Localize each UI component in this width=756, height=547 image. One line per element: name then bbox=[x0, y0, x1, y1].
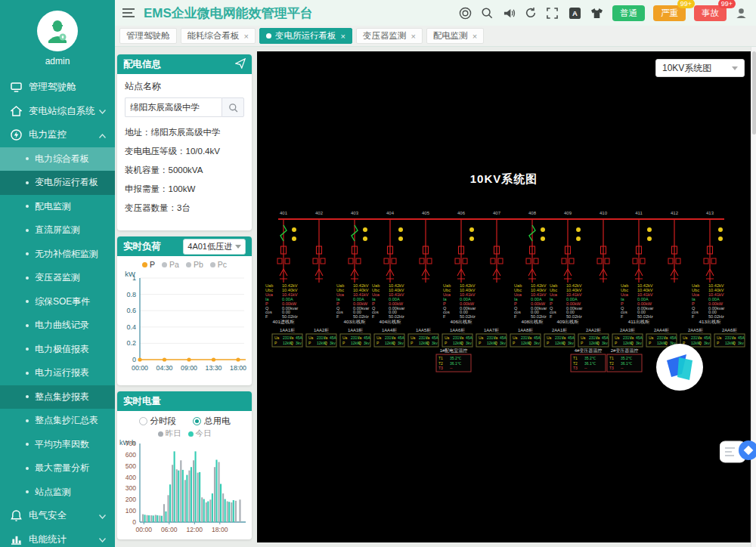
sidebar-item-电气安全[interactable]: 电气安全 bbox=[0, 504, 115, 528]
target-icon[interactable] bbox=[459, 6, 472, 20]
sidebar-subitem-无功补偿柜监测[interactable]: 无功补偿柜监测 bbox=[0, 243, 115, 267]
svg-text:45A: 45A bbox=[364, 335, 371, 340]
svg-text:Ia: Ia bbox=[494, 335, 497, 340]
sidebar-subitem-平均功率因数[interactable]: 平均功率因数 bbox=[0, 433, 115, 457]
svg-text:0.6: 0.6 bbox=[126, 307, 136, 314]
svg-text:Ia: Ia bbox=[596, 335, 600, 340]
sidebar-subitem-label: 综保SOE事件 bbox=[35, 295, 90, 308]
tab-能耗综合看板[interactable]: 能耗综合看板× bbox=[181, 28, 256, 44]
svg-text:00:00: 00:00 bbox=[132, 364, 148, 372]
sidebar-subitem-变电所运行看板[interactable]: 变电所运行看板 bbox=[0, 171, 115, 195]
sidebar-item-电力监控[interactable]: 电力监控 bbox=[0, 123, 115, 147]
tab-变压器监测[interactable]: 变压器监测× bbox=[356, 28, 423, 44]
sidebar-subitem-配电监测[interactable]: 配电监测 bbox=[0, 195, 115, 219]
sidebar-subitem-label: 配电监测 bbox=[35, 200, 71, 213]
tab-close-icon[interactable]: × bbox=[472, 32, 477, 41]
svg-text:Ua: Ua bbox=[411, 335, 416, 340]
refresh-icon[interactable] bbox=[525, 6, 538, 20]
svg-text:Ua: Ua bbox=[342, 335, 348, 340]
alarm-badge-accident[interactable]: 事故 99+ bbox=[694, 5, 727, 21]
user-icon[interactable] bbox=[735, 6, 748, 20]
alarm-badge-severe[interactable]: 严重 99+ bbox=[653, 5, 686, 21]
sidebar-subitem-电力极值报表[interactable]: 电力极值报表 bbox=[0, 338, 115, 362]
bell-icon bbox=[11, 510, 23, 522]
svg-text:1AA5柜: 1AA5柜 bbox=[416, 328, 431, 332]
svg-text:T1: T1 bbox=[609, 356, 614, 360]
svg-text:04:30: 04:30 bbox=[156, 364, 172, 372]
sidebar-subitem-整点集抄报表[interactable]: 整点集抄报表 bbox=[0, 385, 115, 409]
sidebar-subitem-综保SOE事件[interactable]: 综保SOE事件 bbox=[0, 290, 115, 314]
svg-text:410: 410 bbox=[600, 211, 608, 215]
sidebar-item-电能统计[interactable]: 电能统计 bbox=[0, 528, 115, 547]
translate-icon[interactable]: A bbox=[569, 6, 582, 20]
sidebar-subitem-电力运行报表[interactable]: 电力运行报表 bbox=[0, 361, 115, 385]
svg-text:Q: Q bbox=[528, 341, 531, 345]
menu-toggle-icon[interactable] bbox=[122, 6, 136, 20]
avatar[interactable] bbox=[37, 11, 78, 51]
sidebar-subitem-整点集抄汇总表[interactable]: 整点集抄汇总表 bbox=[0, 409, 115, 433]
tab-配电监测[interactable]: 配电监测× bbox=[426, 28, 484, 44]
svg-text:Ia: Ia bbox=[426, 335, 429, 340]
svg-text:35.2℃: 35.2℃ bbox=[450, 356, 462, 360]
svg-text:F: F bbox=[621, 314, 624, 319]
fullscreen-icon[interactable] bbox=[547, 6, 560, 20]
svg-text:411: 411 bbox=[635, 211, 643, 215]
svg-text:3kv: 3kv bbox=[432, 341, 438, 345]
tab-close-icon[interactable]: × bbox=[340, 32, 345, 41]
feedback-float-widget[interactable] bbox=[720, 437, 756, 470]
tab-close-icon[interactable]: × bbox=[244, 32, 249, 41]
svg-text:1AA1柜: 1AA1柜 bbox=[280, 328, 295, 332]
legend-item-Pc[interactable]: Pc bbox=[210, 260, 227, 269]
load-circuit-select[interactable]: 4A01低压进 bbox=[183, 239, 246, 255]
tab-close-icon[interactable]: × bbox=[411, 32, 415, 41]
remote-tool-logo[interactable] bbox=[656, 344, 703, 391]
send-icon[interactable] bbox=[235, 58, 246, 71]
svg-text:0.8: 0.8 bbox=[126, 291, 136, 298]
svg-text:1AA4柜: 1AA4柜 bbox=[382, 328, 397, 332]
svg-text:T3: T3 bbox=[609, 366, 614, 370]
site-name-input[interactable] bbox=[125, 97, 222, 117]
legend-item-P[interactable]: P bbox=[142, 260, 155, 269]
search-icon[interactable] bbox=[481, 6, 494, 20]
top-header: EMS企业微电网能效管理平台 A 普通 严重 99+ 事故 99+ bbox=[115, 0, 756, 26]
sidebar-item-变电站综自系统[interactable]: 变电站综自系统 bbox=[0, 100, 115, 124]
svg-text:T2: T2 bbox=[609, 361, 614, 366]
chevron-down-icon bbox=[99, 106, 106, 116]
sidebar-subitem-label: 电力综合看板 bbox=[35, 153, 89, 165]
chevron-down-icon bbox=[235, 245, 241, 249]
tab-变电所运行看板[interactable]: 变电所运行看板× bbox=[259, 28, 352, 44]
svg-text:403出线柜: 403出线柜 bbox=[344, 319, 367, 324]
site-search-button[interactable] bbox=[222, 97, 244, 117]
radio-分时段[interactable]: 分时段 bbox=[139, 416, 177, 427]
sidebar-subitem-变压器监测[interactable]: 变压器监测 bbox=[0, 266, 115, 290]
legend-item-Pa[interactable]: Pa bbox=[162, 260, 179, 269]
scrollbar-thumb[interactable] bbox=[752, 51, 756, 134]
alarm-badge-normal[interactable]: 普通 bbox=[612, 5, 645, 21]
tab-管理驾驶舱[interactable]: 管理驾驶舱 bbox=[119, 28, 177, 44]
svg-text:Ia: Ia bbox=[699, 335, 702, 340]
svg-text:F: F bbox=[692, 314, 695, 319]
svg-text:Ua: Ua bbox=[649, 335, 654, 340]
sidebar-subitem-最大需量分析[interactable]: 最大需量分析 bbox=[0, 456, 115, 481]
legend-item-Pb[interactable]: Pb bbox=[186, 260, 203, 269]
sidebar-subitem-电力综合看板[interactable]: 电力综合看板 bbox=[0, 147, 115, 172]
sidebar-subitem-label: 最大需量分析 bbox=[35, 462, 89, 474]
radio-总用电[interactable]: 总用电 bbox=[193, 416, 231, 427]
sidebar-subitem-电力曲线记录[interactable]: 电力曲线记录 bbox=[0, 314, 115, 338]
legend-item-昨日[interactable]: 昨日 bbox=[158, 428, 181, 439]
scrollbar[interactable] bbox=[751, 47, 756, 547]
svg-text:35.2℃: 35.2℃ bbox=[621, 356, 633, 360]
sidebar-subitem-直流屏监测[interactable]: 直流屏监测 bbox=[0, 218, 115, 243]
svg-text:Ua: Ua bbox=[547, 335, 552, 340]
legend-item-今日[interactable]: 今日 bbox=[188, 428, 212, 439]
svg-text:--: -- bbox=[584, 366, 587, 370]
theme-shirt-icon[interactable] bbox=[590, 6, 604, 20]
svg-text:403: 403 bbox=[351, 211, 359, 215]
speaker-icon[interactable] bbox=[503, 6, 516, 20]
header-actions: A 普通 严重 99+ 事故 99+ bbox=[459, 5, 748, 21]
sidebar-subitem-站点监测[interactable]: 站点监测 bbox=[0, 481, 115, 505]
svg-text:3kv: 3kv bbox=[330, 341, 336, 345]
distribution-info-title: 配电信息 bbox=[123, 58, 161, 71]
sidebar-item-管理驾驶舱[interactable]: 管理驾驶舱 bbox=[0, 76, 115, 100]
svg-text:Q: Q bbox=[562, 341, 565, 345]
